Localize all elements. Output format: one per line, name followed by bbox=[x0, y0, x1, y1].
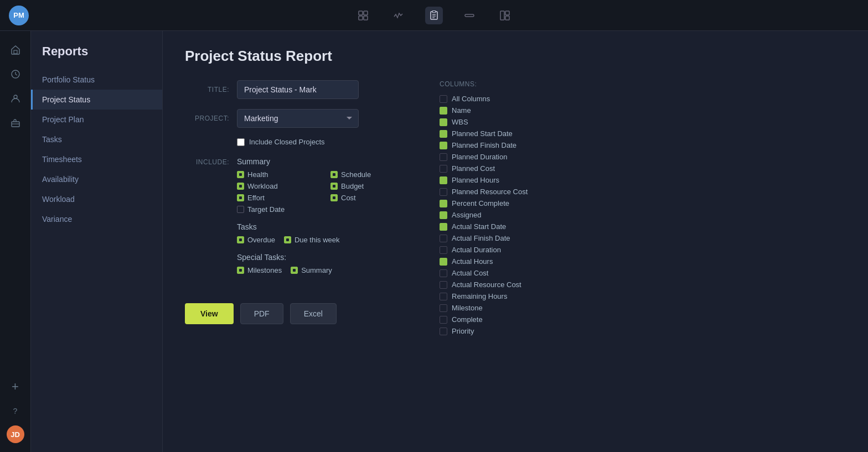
col-checkbox-actual-duration[interactable] bbox=[440, 246, 447, 254]
targetdate-checkbox[interactable] bbox=[237, 206, 244, 213]
col-planned-duration[interactable]: Planned Duration bbox=[440, 153, 833, 161]
col-label-remaining-hours: Remaining Hours bbox=[452, 292, 507, 300]
help-nav[interactable]: ? bbox=[6, 401, 25, 421]
col-checkbox-remaining-hours[interactable] bbox=[440, 293, 447, 300]
col-actual-duration[interactable]: Actual Duration bbox=[440, 246, 833, 254]
sidebar-item-variance[interactable]: Variance bbox=[31, 209, 162, 229]
col-checkbox-actual-hours[interactable] bbox=[440, 258, 447, 266]
view-button[interactable]: View bbox=[185, 303, 234, 324]
col-remaining-hours[interactable]: Remaining Hours bbox=[440, 292, 833, 300]
col-label-planned-cost: Planned Cost bbox=[452, 164, 495, 173]
col-label-planned-finish: Planned Finish Date bbox=[452, 141, 516, 149]
col-checkbox-planned-finish[interactable] bbox=[440, 142, 447, 149]
col-milestone[interactable]: Milestone bbox=[440, 304, 833, 312]
col-checkbox-planned-duration[interactable] bbox=[440, 153, 447, 161]
summary-title: Summary bbox=[237, 157, 417, 166]
col-label-actual-resource-cost: Actual Resource Cost bbox=[452, 280, 521, 289]
col-planned-start-date[interactable]: Planned Start Date bbox=[440, 129, 833, 138]
col-all-columns[interactable]: All Columns bbox=[440, 95, 833, 103]
clipboard-icon[interactable] bbox=[425, 7, 443, 24]
activity-icon[interactable] bbox=[390, 7, 407, 24]
col-checkbox-actual-resource-cost[interactable] bbox=[440, 281, 447, 289]
overdue-checkbox[interactable] bbox=[237, 236, 244, 243]
col-planned-cost[interactable]: Planned Cost bbox=[440, 164, 833, 173]
add-nav[interactable]: + bbox=[6, 377, 25, 397]
effort-checkbox[interactable] bbox=[237, 194, 244, 201]
summary-health-item: Health bbox=[237, 170, 324, 179]
app-logo[interactable]: PM bbox=[9, 6, 29, 25]
col-checkbox-all-columns[interactable] bbox=[440, 95, 447, 103]
col-checkbox-planned-cost[interactable] bbox=[440, 165, 447, 173]
col-actual-resource-cost[interactable]: Actual Resource Cost bbox=[440, 280, 833, 289]
link-icon[interactable] bbox=[461, 7, 478, 24]
col-checkbox-planned-hours[interactable] bbox=[440, 176, 447, 184]
col-percent-complete[interactable]: Percent Complete bbox=[440, 199, 833, 207]
col-actual-start-date[interactable]: Actual Start Date bbox=[440, 222, 833, 231]
summary-cost-item: Cost bbox=[330, 194, 417, 202]
include-section: INCLUDE: Summary Health bbox=[185, 157, 417, 283]
cost-checkbox[interactable] bbox=[330, 194, 338, 201]
col-actual-hours[interactable]: Actual Hours bbox=[440, 257, 833, 266]
svg-rect-11 bbox=[505, 11, 509, 15]
milestones-checkbox[interactable] bbox=[237, 267, 244, 274]
svg-rect-12 bbox=[505, 16, 509, 20]
col-checkbox-complete[interactable] bbox=[440, 316, 447, 324]
svg-rect-0 bbox=[359, 11, 363, 15]
col-name[interactable]: Name bbox=[440, 106, 833, 115]
col-checkbox-assigned[interactable] bbox=[440, 211, 447, 219]
sidebar-item-tasks[interactable]: Tasks bbox=[31, 129, 162, 149]
budget-checkbox[interactable] bbox=[330, 183, 338, 190]
targetdate-label: Target Date bbox=[247, 205, 285, 214]
special-summary-checkbox[interactable] bbox=[291, 267, 298, 274]
col-checkbox-name[interactable] bbox=[440, 107, 447, 115]
col-wbs[interactable]: WBS bbox=[440, 118, 833, 126]
briefcase-nav[interactable] bbox=[6, 113, 25, 133]
home-nav[interactable] bbox=[6, 40, 25, 60]
title-input[interactable] bbox=[237, 80, 359, 99]
col-label-actual-start: Actual Start Date bbox=[452, 222, 506, 231]
health-checkbox[interactable] bbox=[237, 171, 244, 178]
sidebar-item-project-status[interactable]: Project Status bbox=[31, 90, 162, 110]
sidebar-item-timesheets[interactable]: Timesheets bbox=[31, 149, 162, 169]
clock-nav[interactable] bbox=[6, 64, 25, 84]
excel-button[interactable]: Excel bbox=[290, 303, 337, 324]
sidebar-item-workload[interactable]: Workload bbox=[31, 189, 162, 209]
schedule-checkbox[interactable] bbox=[330, 171, 338, 178]
icon-nav: + ? JD bbox=[0, 31, 31, 452]
pdf-button[interactable]: PDF bbox=[240, 303, 283, 324]
col-complete[interactable]: Complete bbox=[440, 315, 833, 324]
col-actual-finish-date[interactable]: Actual Finish Date bbox=[440, 234, 833, 242]
sidebar-title: Reports bbox=[31, 44, 162, 70]
col-actual-cost[interactable]: Actual Cost bbox=[440, 269, 833, 277]
col-priority[interactable]: Priority bbox=[440, 327, 833, 335]
col-checkbox-priority[interactable] bbox=[440, 328, 447, 335]
include-closed-checkbox[interactable] bbox=[237, 138, 245, 146]
workload-checkbox[interactable] bbox=[237, 183, 244, 190]
user-avatar[interactable]: JD bbox=[7, 425, 24, 443]
project-field-row: PROJECT: Marketing Development Design Sa… bbox=[185, 109, 417, 128]
col-checkbox-actual-cost[interactable] bbox=[440, 269, 447, 277]
sidebar-item-availability[interactable]: Availability bbox=[31, 169, 162, 189]
project-select[interactable]: Marketing Development Design Sales bbox=[237, 109, 359, 128]
users-nav[interactable] bbox=[6, 89, 25, 108]
col-planned-finish-date[interactable]: Planned Finish Date bbox=[440, 141, 833, 149]
col-checkbox-planned-resource-cost[interactable] bbox=[440, 188, 447, 196]
col-label-milestone: Milestone bbox=[452, 304, 483, 312]
dueweek-checkbox[interactable] bbox=[284, 236, 291, 243]
col-checkbox-planned-start[interactable] bbox=[440, 130, 447, 138]
col-checkbox-milestone[interactable] bbox=[440, 304, 447, 312]
col-checkbox-actual-finish[interactable] bbox=[440, 235, 447, 242]
col-planned-hours[interactable]: Planned Hours bbox=[440, 176, 833, 184]
cost-label: Cost bbox=[341, 194, 356, 202]
col-assigned[interactable]: Assigned bbox=[440, 211, 833, 219]
layout-icon[interactable] bbox=[496, 7, 514, 24]
col-checkbox-actual-start[interactable] bbox=[440, 223, 447, 231]
col-checkbox-wbs[interactable] bbox=[440, 118, 447, 126]
sidebar-item-portfolio-status[interactable]: Portfolio Status bbox=[31, 70, 162, 90]
search-zoom-icon[interactable] bbox=[354, 7, 372, 24]
col-planned-resource-cost[interactable]: Planned Resource Cost bbox=[440, 188, 833, 196]
icon-nav-bottom: + ? JD bbox=[6, 377, 25, 452]
sidebar-item-project-plan[interactable]: Project Plan bbox=[31, 110, 162, 129]
columns-scroll[interactable]: All Columns Name WBS bbox=[440, 95, 846, 335]
col-checkbox-percent-complete[interactable] bbox=[440, 200, 447, 207]
